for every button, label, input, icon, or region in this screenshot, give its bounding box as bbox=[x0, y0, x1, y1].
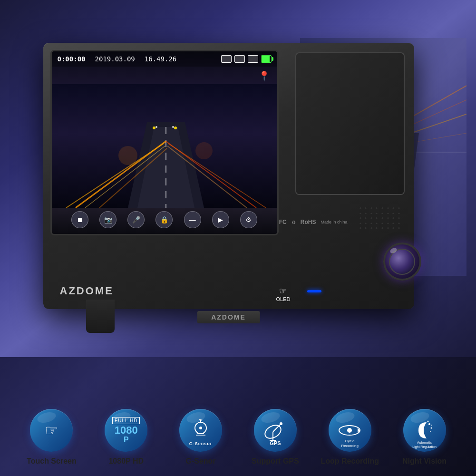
grille-dot bbox=[359, 207, 361, 209]
grille-dot bbox=[381, 207, 383, 209]
feature-label-gsensor: G-Senor bbox=[186, 457, 216, 466]
dashcam-body: 0:00:00 2019.03.09 16.49.26 bbox=[43, 43, 414, 309]
grille-dot bbox=[398, 207, 400, 209]
feature-label-1080p: 1080P HD bbox=[108, 457, 144, 466]
resolution-text: 1080 bbox=[112, 425, 140, 436]
grille-dot bbox=[387, 222, 389, 224]
feature-circle-loop: CycleRecording bbox=[329, 409, 371, 452]
grille-dot bbox=[398, 227, 400, 229]
feature-g-sensor: G-Sensor G-Senor bbox=[167, 409, 234, 466]
hud-date: 2019.03.09 bbox=[95, 55, 135, 63]
grille-dot bbox=[359, 222, 361, 224]
svg-point-44 bbox=[431, 425, 432, 426]
feature-circle-touch: ☞ bbox=[30, 409, 73, 452]
svg-point-40 bbox=[428, 423, 430, 425]
svg-line-27 bbox=[199, 419, 201, 421]
cycle-inner-label: CycleRecording bbox=[341, 439, 358, 448]
grille-dot bbox=[392, 212, 394, 214]
rear-camera-block bbox=[295, 52, 405, 195]
gps-icon bbox=[263, 418, 287, 444]
page-container: 0:00:00 2019.03.09 16.49.26 bbox=[0, 0, 476, 476]
feature-label-gps: Support GPS bbox=[252, 457, 299, 466]
cert-made-in-china: Made in china bbox=[321, 220, 347, 224]
g-sensor-inner-label: G-Sensor bbox=[189, 441, 213, 446]
feature-label-loop: Loop Recording bbox=[321, 457, 379, 466]
hud-icon-mode bbox=[248, 55, 258, 63]
speaker-grille bbox=[357, 204, 405, 233]
azdome-bottom-label: AZDOME bbox=[197, 311, 260, 323]
hud-time: 0:00:00 bbox=[58, 55, 86, 63]
gps-inner-label: GPS bbox=[270, 440, 281, 446]
grille-dot bbox=[387, 227, 389, 229]
grille-dot bbox=[376, 212, 378, 214]
hud-timestamp: 16.49.26 bbox=[145, 55, 176, 63]
cert-rohs: RoHS bbox=[301, 219, 316, 225]
grille-dot bbox=[398, 217, 400, 219]
badge-1080p: FULL HD 1080P bbox=[112, 417, 140, 444]
feature-gps: GPS Support GPS bbox=[242, 409, 309, 466]
grille-dot bbox=[376, 207, 378, 209]
grille-dot bbox=[359, 227, 361, 229]
blue-led-indicator bbox=[307, 290, 321, 292]
feature-circle-1080p: FULL HD 1080P bbox=[105, 409, 147, 452]
oled-text: OLED bbox=[276, 296, 291, 302]
feature-night-vision: AutomaticLight Regulation Night Vision bbox=[391, 409, 458, 466]
cert-recycle: ♻ bbox=[291, 220, 296, 225]
feature-loop-recording: CycleRecording Loop Recording bbox=[317, 409, 383, 466]
grille-dot bbox=[398, 212, 400, 214]
feature-circle-gsensor: G-Sensor bbox=[179, 409, 222, 452]
grille-dot bbox=[365, 207, 367, 209]
svg-line-28 bbox=[201, 419, 202, 421]
hud-battery-fill bbox=[262, 56, 270, 62]
night-inner-label: AutomaticLight Regulation bbox=[410, 441, 439, 449]
oled-label-area: ☞ OLED bbox=[276, 286, 291, 302]
svg-point-42 bbox=[427, 420, 429, 422]
p-text: P bbox=[124, 436, 129, 444]
hud-icon-video bbox=[221, 55, 232, 63]
rear-camera-inner bbox=[296, 53, 404, 194]
svg-point-41 bbox=[431, 427, 432, 428]
grille-dot bbox=[376, 222, 378, 224]
svg-point-31 bbox=[199, 427, 202, 429]
grille-dot bbox=[370, 222, 372, 224]
front-mount bbox=[86, 300, 115, 333]
hud-battery-icon bbox=[261, 55, 272, 63]
grille-dot bbox=[359, 212, 361, 214]
screen-content: 0:00:00 2019.03.09 16.49.26 bbox=[52, 51, 277, 234]
grille-dot bbox=[381, 227, 383, 229]
grille-dot bbox=[370, 207, 372, 209]
touch-screen-feature-icon: ☞ bbox=[45, 421, 58, 439]
grille-dot bbox=[365, 227, 367, 229]
grille-dot bbox=[392, 222, 394, 224]
azdome-logo-front: AZDOME bbox=[60, 285, 114, 297]
grille-dot bbox=[381, 217, 383, 219]
grille-dot bbox=[381, 222, 383, 224]
screen-hud: 0:00:00 2019.03.09 16.49.26 bbox=[52, 51, 277, 234]
grille-dot bbox=[376, 227, 378, 229]
device-container: 0:00:00 2019.03.09 16.49.26 bbox=[43, 14, 433, 338]
hud-gps-icon: 📍 bbox=[258, 70, 270, 82]
screen-bezel: 0:00:00 2019.03.09 16.49.26 bbox=[50, 50, 279, 235]
grille-dot bbox=[392, 207, 394, 209]
grille-dot bbox=[370, 217, 372, 219]
grille-dot bbox=[387, 217, 389, 219]
grille-dot bbox=[365, 212, 367, 214]
grille-dot bbox=[376, 217, 378, 219]
grille-dot bbox=[392, 227, 394, 229]
feature-1080p: FULL HD 1080P 1080P HD bbox=[93, 409, 159, 466]
grille-dot bbox=[370, 212, 372, 214]
grille-dot bbox=[365, 217, 367, 219]
grille-dot bbox=[359, 217, 361, 219]
feature-label-touch: Touch Screen bbox=[27, 457, 77, 466]
hud-top-bar: 0:00:00 2019.03.09 16.49.26 bbox=[52, 51, 277, 67]
g-sensor-icon bbox=[189, 418, 213, 442]
svg-point-43 bbox=[430, 431, 431, 432]
touch-screen-icon: ☞ bbox=[276, 286, 291, 296]
grille-dot bbox=[398, 222, 400, 224]
night-vision-icon bbox=[411, 418, 437, 444]
certifications: FC ♻ RoHS Made in china bbox=[279, 219, 348, 225]
feature-circle-night: AutomaticLight Regulation bbox=[403, 409, 446, 452]
grille-dot bbox=[365, 222, 367, 224]
full-hd-text: FULL HD bbox=[112, 417, 140, 424]
feature-circle-gps: GPS bbox=[254, 409, 297, 452]
